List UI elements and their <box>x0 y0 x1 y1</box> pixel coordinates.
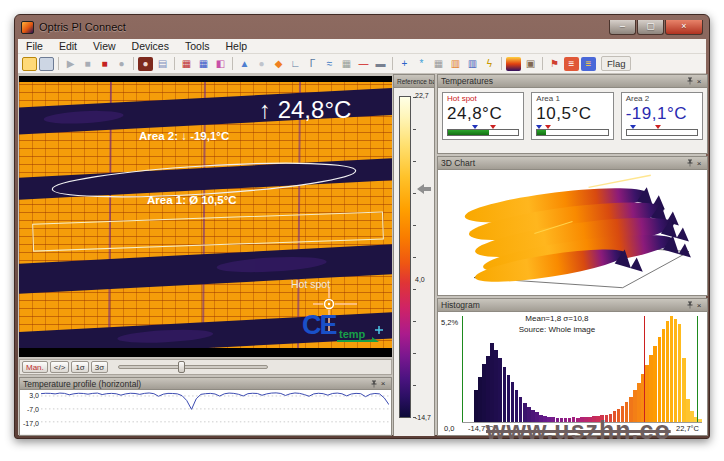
record-icon[interactable]: ■ <box>97 57 112 71</box>
menu-item-tools[interactable]: Tools <box>177 40 218 52</box>
pin-icon[interactable] <box>686 301 694 309</box>
toolbar-separator <box>501 57 502 70</box>
reference-ticks <box>413 97 416 419</box>
temp-line-icon[interactable]: — <box>356 57 371 71</box>
app-icon <box>21 21 34 34</box>
histogram-blue-icon[interactable]: ▥ <box>465 57 480 71</box>
3d-chart-body[interactable] <box>438 170 707 295</box>
profile-vertical-icon[interactable]: Γ <box>305 57 320 71</box>
toolbar: ▶■■●●▤▦▦◧▲●◆∟Γ≈▦—▬+*▦▥▥ϟ▣⚑≡≡Flag <box>18 54 706 74</box>
alarm-box-icon[interactable]: ▣ <box>523 57 538 71</box>
reference-arrow-icon[interactable] <box>417 184 431 194</box>
manual-scale-button[interactable]: Man. <box>22 361 48 373</box>
temperature-bar-fill <box>448 130 489 135</box>
save-icon[interactable] <box>39 57 54 71</box>
temperature-box-2[interactable]: Area 110,5°C <box>531 92 613 140</box>
stripes-blue-icon[interactable]: ≡ <box>581 57 596 71</box>
menu-item-edit[interactable]: Edit <box>51 40 85 52</box>
menu-item-view[interactable]: View <box>85 40 124 52</box>
reference-gradient-bar[interactable] <box>399 96 411 418</box>
maximize-button[interactable]: ▢ <box>637 20 664 35</box>
area1-annotation: Area 1: Ø 10,5°C <box>147 194 237 206</box>
minimize-button[interactable]: – <box>609 20 636 35</box>
close-panel-icon[interactable]: × <box>694 77 704 86</box>
flag-button[interactable]: Flag <box>601 56 631 71</box>
close-panel-icon[interactable]: × <box>694 301 704 310</box>
snowflake-icon[interactable]: * <box>414 57 429 71</box>
profile-horizontal-icon[interactable]: ∟ <box>288 57 303 71</box>
client-area: Area 2: ↓ -19,1°C ↑ 24,8°C Area 1: Ø 10,… <box>18 74 706 435</box>
line-chart-icon[interactable]: ≈ <box>322 57 337 71</box>
close-button[interactable]: × <box>665 20 703 35</box>
flag-color-icon[interactable]: ⚑ <box>547 57 562 71</box>
histogram-orange-icon[interactable]: ▥ <box>448 57 463 71</box>
histogram-bar <box>486 356 490 422</box>
3d-chart-panel: 3D Chart × <box>437 156 708 296</box>
profile-chart <box>41 390 389 428</box>
toolbar-separator <box>542 57 543 70</box>
cloud-icon[interactable]: ● <box>254 57 269 71</box>
histogram-bar <box>478 377 482 422</box>
histogram-bar <box>686 399 690 422</box>
mountain-icon[interactable]: ▲ <box>237 57 252 71</box>
palette-slider[interactable] <box>118 365 268 369</box>
profile-ylabel-top: 3,0 <box>22 392 39 399</box>
thermal-image-view[interactable]: Area 2: ↓ -19,1°C ↑ 24,8°C Area 1: Ø 10,… <box>19 76 392 357</box>
histogram-bar <box>662 329 666 422</box>
histogram-bar <box>682 358 686 422</box>
temperature-bar-fill <box>537 130 546 135</box>
temperature-box-label: Hot spot <box>447 94 519 103</box>
close-panel-icon[interactable]: × <box>694 159 704 168</box>
image-gray-icon[interactable]: ▦ <box>431 57 446 71</box>
pin-icon[interactable] <box>686 159 694 167</box>
histogram-bar <box>658 337 662 422</box>
reference-min-label: -14,7 <box>415 414 431 421</box>
minmax-scale-button[interactable]: </> <box>50 361 70 373</box>
svg-text:temp: temp <box>339 328 366 340</box>
menu-item-help[interactable]: Help <box>217 40 255 52</box>
sigma3-button[interactable]: 3σ <box>91 361 108 373</box>
3d-surface-art <box>438 170 707 295</box>
svg-text:CE: CE <box>302 310 336 340</box>
comet-icon[interactable]: ◆ <box>271 57 286 71</box>
pin-icon[interactable] <box>370 380 378 388</box>
mesh-icon[interactable]: ▦ <box>339 57 354 71</box>
palette-slider-thumb[interactable] <box>178 361 185 373</box>
profile-body[interactable]: 3,0 -7,0 -17,0 <box>20 390 391 434</box>
titlebar[interactable]: Optris PI Connect – ▢ × <box>15 15 709 39</box>
open-file-icon[interactable] <box>22 57 37 71</box>
reference-bar-icon[interactable] <box>506 57 521 71</box>
reference-mid-label: 4,0 <box>415 276 425 283</box>
reference-max-label: 22,7 <box>415 92 429 99</box>
pin-icon[interactable] <box>686 77 694 85</box>
histogram-stats: Mean=1,8 σ=10,8 Source: Whole image <box>519 314 595 336</box>
snapshot-icon[interactable]: ● <box>114 57 129 71</box>
horizon-icon[interactable]: ▬ <box>373 57 388 71</box>
temperature-box-1[interactable]: Hot spot24,8°C <box>442 92 524 140</box>
copy-icon[interactable]: ▤ <box>155 57 170 71</box>
green-line-right[interactable] <box>697 316 698 422</box>
histogram-bar <box>482 364 486 422</box>
menu-item-file[interactable]: File <box>18 40 51 52</box>
stripes-red-icon[interactable]: ≡ <box>564 57 579 71</box>
temperature-box-label: Area 1 <box>536 94 608 103</box>
window-body: FileEditViewDevicesToolsHelp ▶■■●●▤▦▦◧▲●… <box>18 39 706 435</box>
histogram-title: Histogram <box>441 300 480 310</box>
menu-item-devices[interactable]: Devices <box>124 40 177 52</box>
hand-tool-icon[interactable]: + <box>397 57 412 71</box>
camera-icon[interactable]: ● <box>138 57 153 71</box>
palette-icon[interactable]: ◧ <box>213 57 228 71</box>
lightning-icon[interactable]: ϟ <box>482 57 497 71</box>
temperature-value: -19,1°C <box>626 104 698 124</box>
table-blue-icon[interactable]: ▦ <box>196 57 211 71</box>
play-icon[interactable]: ▶ <box>63 57 78 71</box>
sigma1-button[interactable]: 1σ <box>71 361 88 373</box>
red-line[interactable] <box>644 316 645 422</box>
close-panel-icon[interactable]: × <box>378 379 388 388</box>
temperature-box-3[interactable]: Area 2-19,1°C <box>621 92 703 140</box>
profile-ylabel-mid: -7,0 <box>22 406 39 413</box>
stop-icon[interactable]: ■ <box>80 57 95 71</box>
green-line-left[interactable] <box>462 316 463 422</box>
table-red-icon[interactable]: ▦ <box>179 57 194 71</box>
histogram-bar <box>674 319 678 422</box>
